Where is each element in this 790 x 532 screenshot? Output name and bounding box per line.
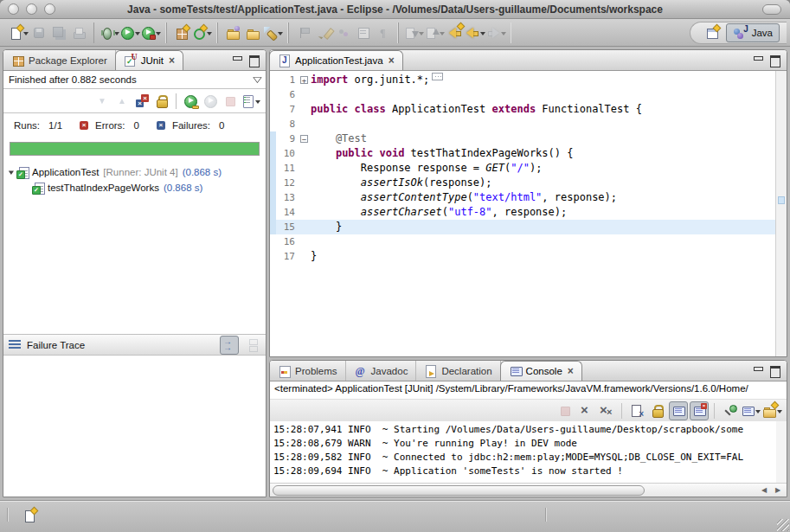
open-perspective-button[interactable]	[703, 23, 722, 42]
maximize-view-button[interactable]	[248, 55, 260, 65]
maximize-console-button[interactable]	[769, 366, 780, 375]
display-selected-console-button[interactable]	[741, 401, 761, 420]
code-editor[interactable]: 1+import org.junit.*;67public class Appl…	[270, 71, 775, 356]
toolbar-toggle-button[interactable]	[762, 4, 781, 15]
highlight-button[interactable]	[314, 23, 333, 42]
open-type-button[interactable]	[223, 23, 242, 42]
test-result-tree[interactable]: ▼ApplicationTest[Runner: JUnit 4](0.868 …	[3, 163, 266, 334]
stop-test-run-button[interactable]	[221, 92, 240, 111]
trim-page-icon[interactable]	[22, 509, 36, 522]
print-button[interactable]	[69, 23, 88, 42]
dropdown-arrow-icon[interactable]	[501, 32, 506, 38]
test-run-history-button[interactable]	[241, 92, 260, 111]
test-tree-item[interactable]: ▼ApplicationTest[Runner: JUnit 4](0.868 …	[3, 164, 266, 180]
dropdown-arrow-icon[interactable]	[156, 32, 161, 38]
code-line[interactable]: 14 assertCharset("utf-8", response);	[270, 205, 775, 220]
scroll-lock-button[interactable]	[648, 401, 667, 420]
save-all-button[interactable]	[49, 23, 68, 42]
tab-console[interactable]: Console ×	[500, 361, 582, 381]
titlebar[interactable]: Java - someTests/test/ApplicationTest.ja…	[0, 0, 790, 19]
terminate-button[interactable]	[556, 401, 575, 420]
fold-toggle[interactable]: +	[299, 73, 311, 87]
dropdown-arrow-icon[interactable]	[278, 32, 283, 38]
code-line[interactable]: 15 }	[270, 220, 775, 234]
close-icon[interactable]: ×	[169, 55, 175, 66]
dropdown-arrow-icon[interactable]	[755, 410, 761, 416]
tab-package-explorer[interactable]: Package Explorer	[3, 50, 116, 70]
compare-result-button[interactable]	[241, 336, 260, 355]
maximize-editor-button[interactable]	[769, 55, 780, 65]
open-resource-button[interactable]	[243, 23, 262, 42]
close-window-button[interactable]	[8, 3, 19, 15]
mark-occurrences-button[interactable]	[294, 23, 313, 42]
remove-launch-button[interactable]	[576, 401, 595, 420]
run-external-tools-button[interactable]	[141, 23, 161, 42]
run-button[interactable]	[120, 23, 140, 42]
filter-stack-trace-button[interactable]	[220, 336, 239, 355]
new-java-class-button[interactable]	[192, 23, 212, 42]
dropdown-arrow-icon[interactable]	[440, 32, 445, 38]
dropdown-arrow-icon[interactable]	[419, 32, 424, 38]
minimize-view-button[interactable]	[232, 55, 243, 65]
minimize-console-button[interactable]	[753, 366, 764, 375]
debug-button[interactable]	[100, 23, 119, 42]
code-line[interactable]: 10 public void testThatIndexPageWorks() …	[270, 146, 775, 161]
expanded-twisty-icon[interactable]: ▼	[6, 169, 17, 176]
dropdown-arrow-icon[interactable]	[255, 100, 260, 106]
zoom-window-button[interactable]	[44, 3, 55, 15]
tab-problems[interactable]: Problems	[270, 361, 346, 381]
dropdown-arrow-icon[interactable]	[135, 32, 140, 38]
overview-ruler[interactable]	[775, 71, 787, 356]
rerun-test-button[interactable]	[181, 92, 200, 111]
close-icon[interactable]: ×	[568, 366, 574, 376]
tab-applicationtest-java[interactable]: ApplicationTest.java ×	[269, 50, 403, 70]
dropdown-arrow-icon[interactable]	[480, 32, 485, 38]
code-line[interactable]: 8	[270, 117, 775, 131]
search-button[interactable]	[263, 23, 283, 42]
tab-javadoc[interactable]: Javadoc	[346, 361, 417, 381]
scroll-lock-button[interactable]	[152, 92, 171, 111]
fold-toggle[interactable]: −	[299, 131, 311, 146]
minimize-editor-button[interactable]	[753, 55, 764, 65]
test-tree-item[interactable]: testThatIndexPageWorks(0.868 s)	[3, 180, 266, 195]
java-perspective-button[interactable]: Java	[726, 23, 780, 42]
console-hscrollbar[interactable]: ◀ ▶	[270, 483, 787, 497]
hscroll-thumb[interactable]	[273, 485, 645, 496]
console-output[interactable]: 15:28:07,941 INFO ~ Starting /Volumes/Da…	[270, 421, 787, 483]
code-line[interactable]: 11 Response response = GET("/");	[270, 161, 775, 176]
scroll-right-arrow[interactable]: ▶	[772, 485, 784, 496]
view-menu-button[interactable]: ▽	[253, 75, 261, 84]
show-whitespace-button[interactable]	[374, 23, 393, 42]
fold-collapse-icon[interactable]: −	[300, 135, 308, 143]
code-line[interactable]: 17}	[270, 249, 775, 264]
tab-declaration[interactable]: Declaration	[416, 361, 500, 381]
code-line[interactable]: 1+import org.junit.*;	[270, 73, 775, 87]
resize-grip[interactable]	[777, 519, 789, 531]
code-line[interactable]: 12 assertIsOk(response);	[270, 176, 775, 190]
scroll-left-arrow[interactable]: ◀	[758, 485, 770, 496]
open-console-button[interactable]	[762, 401, 782, 420]
failure-trace-content[interactable]	[3, 356, 266, 497]
new-wizard-button[interactable]	[9, 23, 29, 42]
save-button[interactable]	[29, 23, 48, 42]
show-console-on-stderr-button[interactable]	[690, 401, 709, 420]
next-failed-test-button[interactable]	[93, 92, 112, 111]
previous-annotation-button[interactable]	[425, 23, 445, 42]
fold-expand-icon[interactable]: +	[300, 76, 308, 84]
code-line[interactable]: 9− @Test	[270, 131, 775, 146]
collapsed-imports-icon[interactable]	[432, 73, 443, 80]
pin-console-button[interactable]	[720, 401, 739, 420]
previous-failed-test-button[interactable]	[112, 92, 132, 111]
dropdown-arrow-icon[interactable]	[23, 32, 29, 38]
tab-junit[interactable]: JUnit ×	[115, 50, 183, 70]
code-line[interactable]: 6	[270, 87, 775, 102]
show-failures-only-button[interactable]	[132, 92, 151, 111]
code-line[interactable]: 16	[270, 234, 775, 249]
dropdown-arrow-icon[interactable]	[777, 410, 782, 416]
last-edit-location-button[interactable]	[446, 23, 465, 42]
occurrences-button[interactable]	[334, 23, 353, 42]
show-selected-element-button[interactable]	[354, 23, 373, 42]
clear-console-button[interactable]	[627, 401, 646, 420]
rerun-failed-tests-button[interactable]	[201, 92, 220, 111]
dropdown-arrow-icon[interactable]	[207, 32, 212, 38]
